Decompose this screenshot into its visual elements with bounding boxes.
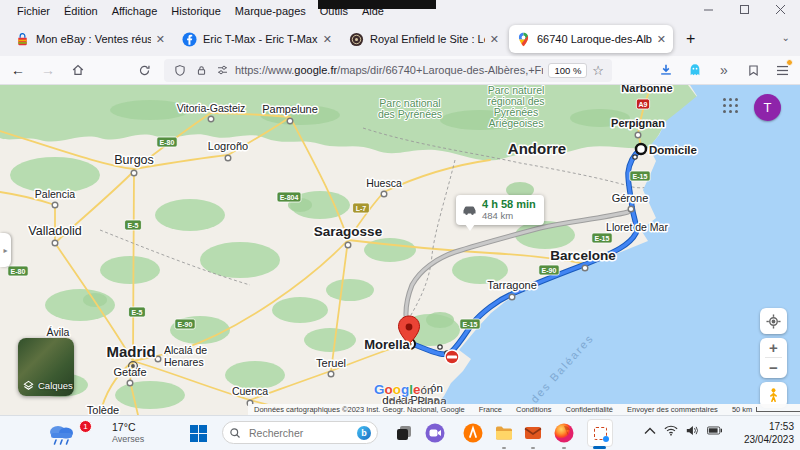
attribution-link-conditions[interactable]: Conditions <box>516 405 551 414</box>
snipping-tool-icon[interactable] <box>587 419 613 447</box>
weather-condition[interactable]: Averses <box>112 434 144 444</box>
taskbar-clock[interactable]: 17:53 23/04/2023 <box>744 420 794 446</box>
reload-icon[interactable] <box>136 62 152 78</box>
menu-item-affichage[interactable]: Affichage <box>105 5 165 17</box>
volume-icon[interactable] <box>686 425 699 436</box>
menu-item-historique[interactable]: Historique <box>164 5 228 17</box>
tracking-shield-icon[interactable] <box>172 62 188 78</box>
zoom-out-button[interactable]: − <box>760 358 787 377</box>
map-label-cuenca: Cuenca <box>232 385 268 397</box>
zoom-in-button[interactable]: + <box>760 338 787 357</box>
list-all-tabs-chevron-icon[interactable]: ⌄ <box>782 32 790 43</box>
map-label-tarragone: Tarragone <box>487 279 537 291</box>
bing-icon[interactable]: b <box>357 426 371 440</box>
city-dot <box>131 170 137 176</box>
tab-close-icon[interactable]: ✕ <box>318 33 332 46</box>
layers-icon <box>23 380 34 391</box>
map-label-ávila: Ávila <box>47 326 70 338</box>
bookmark-flag-icon[interactable] <box>745 62 761 78</box>
route-summary-tooltip[interactable]: 4 h 58 min 484 km <box>456 195 544 225</box>
start-button[interactable] <box>190 425 207 442</box>
map-label-palencia: Palencia <box>35 188 75 200</box>
task-view-button[interactable] <box>394 423 414 443</box>
account-avatar[interactable]: T <box>754 94 781 121</box>
city-dot <box>287 118 293 124</box>
menu-item--dition[interactable]: Édition <box>57 5 105 17</box>
city-dot <box>628 206 634 212</box>
chat-app-icon[interactable] <box>425 423 445 443</box>
battery-icon[interactable] <box>707 426 722 435</box>
menu-hamburger-icon[interactable] <box>774 62 790 78</box>
lock-icon[interactable] <box>193 62 209 78</box>
tab-bar: Mon eBay : Ventes réussies✕Eric T-Max - … <box>0 22 800 56</box>
tab-close-icon[interactable]: ✕ <box>151 33 165 46</box>
tab-2[interactable]: Eric T-Max - Eric T-Max a 66 no✕ <box>175 25 339 53</box>
navigation-toolbar: ← → https://www.google.fr/maps/dir/66740… <box>0 56 800 85</box>
map-label-vitoria-gasteiz: Vitoria-Gasteiz <box>177 102 246 114</box>
forward-button[interactable]: → <box>40 62 56 78</box>
map-label-andorre: Andorre <box>508 140 566 157</box>
tab-strip: Mon eBay : Ventes réussies✕Eric T-Max - … <box>8 25 676 53</box>
search-input[interactable] <box>247 426 351 440</box>
tab-1[interactable]: Mon eBay : Ventes réussies✕ <box>8 25 172 53</box>
wifi-icon[interactable] <box>664 425 678 436</box>
overflow-chevrons-icon[interactable]: » <box>716 62 732 78</box>
map-label-teruel: Teruel <box>316 357 346 369</box>
side-panel-expand-button[interactable]: ▸ <box>0 233 11 267</box>
svg-text:E-90: E-90 <box>178 321 193 328</box>
url-bar[interactable]: https://www.google.fr/maps/dir/66740+Lar… <box>164 59 612 82</box>
map-label-narbonne: Narbonne <box>621 85 672 94</box>
menu-item-marque-pages[interactable]: Marque-pages <box>228 5 313 17</box>
road-shield-E-90: E-90 <box>539 265 559 275</box>
zoom-control: + − <box>760 338 787 378</box>
zoom-level-chip[interactable]: 100 % <box>548 63 587 78</box>
menu-item-fichier[interactable]: Fichier <box>10 5 57 17</box>
taskbar-search[interactable]: b <box>222 421 378 444</box>
road-shield-E-804: E-804 <box>277 192 301 202</box>
road-shield-E-15: E-15 <box>630 171 650 181</box>
permissions-icon[interactable] <box>214 62 230 78</box>
firefox-icon[interactable] <box>554 423 574 443</box>
map-label-perpignan: Perpignan <box>611 117 665 129</box>
url-text[interactable]: https://www.google.fr/maps/dir/66740+Lar… <box>235 64 543 76</box>
tab-close-icon[interactable]: ✕ <box>652 33 666 46</box>
my-location-button[interactable] <box>760 308 787 334</box>
map-svg[interactable]: E-80E-15E-804L-7E-5E-80E-5E-90E-15E-90E-… <box>0 85 800 415</box>
attribution-link-envoyer-des-commentaires[interactable]: Envoyer des commentaires <box>627 405 718 414</box>
downloads-icon[interactable] <box>658 62 674 78</box>
svg-text:E-5: E-5 <box>128 222 139 229</box>
layers-label: Calques <box>38 380 73 391</box>
attribution-link-france[interactable]: France <box>479 405 502 414</box>
mail-app-icon[interactable] <box>523 423 543 443</box>
tab-3[interactable]: Royal Enfield le Site : Le Forum✕ <box>342 25 506 53</box>
back-button[interactable]: ← <box>10 62 26 78</box>
map-label-valladolid: Valladolid <box>28 224 81 238</box>
firefox-running-dot <box>562 447 566 450</box>
city-dot <box>328 371 334 377</box>
weather-icon[interactable] <box>46 423 76 445</box>
weather-temperature[interactable]: 17°C <box>112 421 135 433</box>
city-dot <box>509 294 515 300</box>
system-tray <box>644 425 722 436</box>
google-apps-grid-icon[interactable] <box>723 98 738 113</box>
layers-button[interactable]: Calques <box>18 338 74 396</box>
origin-marker[interactable] <box>636 144 646 154</box>
car-icon <box>462 203 477 216</box>
svg-text:E-804: E-804 <box>280 194 299 201</box>
tab-label: Mon eBay : Ventes réussies <box>36 33 151 45</box>
minimize-button[interactable] <box>702 3 716 17</box>
close-button[interactable] <box>774 3 788 17</box>
bookmark-star-icon[interactable]: ☆ <box>592 63 604 78</box>
tab-close-icon[interactable]: ✕ <box>485 33 499 46</box>
tab-4[interactable]: 66740 Laroque-des-Albères, Fra✕ <box>509 25 673 53</box>
file-explorer-icon[interactable] <box>494 423 514 443</box>
avast-app-icon[interactable] <box>463 423 483 443</box>
google-maps-canvas[interactable]: E-80E-15E-804L-7E-5E-80E-5E-90E-15E-90E-… <box>0 85 800 415</box>
hidden-icons-chevron[interactable] <box>644 427 656 435</box>
road-closure-icon[interactable] <box>445 350 459 364</box>
ghostery-extension-icon[interactable] <box>687 62 703 78</box>
maximize-button[interactable] <box>738 3 752 17</box>
attribution-link-confidentialit-[interactable]: Confidentialité <box>565 405 613 414</box>
home-icon[interactable] <box>70 62 86 78</box>
new-tab-button[interactable]: + <box>676 30 705 48</box>
